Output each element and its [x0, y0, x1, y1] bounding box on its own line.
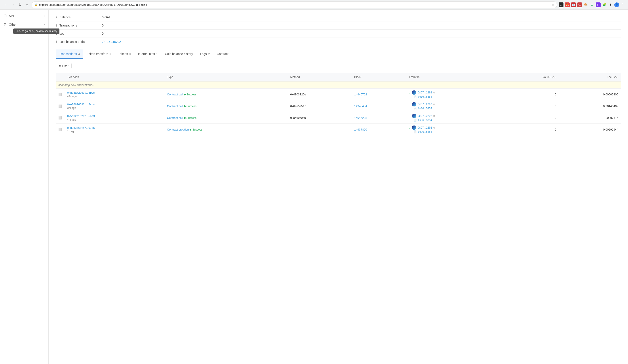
row-icon-4: ⬜: [56, 124, 65, 135]
block-link-3[interactable]: 14946208: [354, 116, 367, 120]
success-dot-1: [184, 94, 186, 95]
profile-icon[interactable]: 👤: [614, 2, 619, 7]
url-input[interactable]: [39, 3, 550, 6]
to-link-2[interactable]: 0x36...5854: [418, 107, 432, 110]
bookmark-icon[interactable]: ☆: [551, 3, 554, 6]
reload-button[interactable]: ↻: [17, 2, 23, 8]
method-cell-2: 0x69e5e517: [288, 100, 352, 112]
success-dot-2: [184, 105, 186, 107]
value-cell-3: 0: [501, 112, 559, 124]
avatar-4: [412, 126, 416, 130]
info-label-last-balance: Last balance update: [60, 40, 99, 44]
from-link-2[interactable]: 0xD7...2292: [418, 103, 432, 106]
sidebar-item-label-other: Other: [9, 23, 17, 26]
to-link-1[interactable]: 0x36...5854: [418, 95, 432, 98]
fee-cell-4: 0.00292944: [559, 124, 621, 135]
sidebar-item-other[interactable]: ⚙ Other › Click to go back, hold to see …: [0, 20, 48, 29]
ext-icon-1[interactable]: ⬡: [559, 2, 563, 7]
col-header-type: Type: [164, 73, 288, 81]
ext-icon-7[interactable]: P: [596, 2, 601, 7]
from-to-wrapper-4: ↓ 0xD7...2292 ⧉ 📄 0x36...5854: [409, 126, 499, 133]
txn-hash-cell-4: 0xd3b3cad467...97d5 1h ago: [65, 124, 164, 135]
block-link-2[interactable]: 14946434: [354, 104, 367, 108]
home-button[interactable]: ⌂: [24, 2, 30, 8]
from-to-wrapper-2: ↓ 0xD7...2292 ⧉ 📄 0x36...5854: [409, 102, 499, 110]
main-content: ℹ Balance 0 GAL ℹ Transactions 0 ℹ sed 0…: [49, 10, 628, 364]
txn-hash-link-2[interactable]: 0xe36626692b...8cca: [67, 103, 95, 106]
type-link-1[interactable]: Contract call: [167, 93, 183, 96]
from-link-4[interactable]: 0xD7...2292: [418, 126, 432, 129]
type-link-2[interactable]: Contract call: [167, 104, 183, 108]
ext-icon-3[interactable]: 📧: [571, 2, 576, 7]
ext-icon-8[interactable]: 🧩: [602, 2, 607, 7]
fee-cell-1: 0.00005305: [559, 88, 621, 100]
from-to-wrapper-1: ↓ 0xD7...2292 ⧉ 📄 0x36...5854: [409, 90, 499, 98]
ext-icon-6[interactable]: G: [590, 2, 594, 7]
time-ago-3: 4m ago: [67, 118, 162, 121]
from-link-3[interactable]: 0xD7...2292: [418, 114, 432, 118]
browser-toolbar: ⬡ 🦊 📧 AB 🎨 G P 🧩 ⬇ 👤 ⋮: [559, 2, 625, 7]
copy-icon-3[interactable]: ⧉: [433, 115, 435, 118]
block-link-1[interactable]: 14946702: [354, 93, 367, 96]
menu-icon[interactable]: ⋮: [621, 2, 625, 7]
to-link-3[interactable]: 0x36...5854: [418, 119, 432, 122]
txn-hash-link-3[interactable]: 0x5db2a162c2...5ba3: [67, 114, 95, 118]
txn-hash-link-4[interactable]: 0xd3b3cad467...97d5: [67, 126, 95, 130]
type-cell-1: Contract call Success: [164, 88, 288, 100]
ext-icon-2[interactable]: 🦊: [565, 2, 570, 7]
sidebar-item-api[interactable]: ⬡ API ›: [0, 11, 48, 20]
sidebar: ⬡ API › ⚙ Other › Click to go back, hold…: [0, 10, 49, 364]
ext-icon-5[interactable]: 🎨: [583, 2, 588, 7]
tooltip: Click to go back, hold to see history: [13, 28, 60, 34]
table-row: ⬜ 0x5db2a162c2...5ba3 4m ago Contract ca…: [56, 112, 621, 124]
tab-logs[interactable]: Logs 2: [196, 50, 213, 59]
gear-icon: ⚙: [3, 22, 7, 26]
back-button[interactable]: ←: [3, 2, 9, 8]
from-to-cell-3: ↓ 0xD7...2292 ⧉ 📄 0x36...5854: [406, 112, 501, 124]
from-link-1[interactable]: 0xD7...2292: [418, 91, 432, 94]
forward-button[interactable]: →: [10, 2, 16, 8]
tab-token-transfers[interactable]: Token transfers 0: [83, 50, 114, 59]
doc-icon-1: 📄: [413, 95, 417, 98]
arrow-down-icon-4: ↓: [409, 126, 410, 130]
from-to-cell-2: ↓ 0xD7...2292 ⧉ 📄 0x36...5854: [406, 100, 501, 112]
block-cell-1: 14946702: [352, 88, 406, 100]
status-badge-4: Success: [190, 128, 202, 131]
from-row-1: ↓ 0xD7...2292 ⧉: [409, 90, 499, 95]
row-icon-3: ⬜: [56, 112, 65, 124]
block-cell-2: 14946434: [352, 100, 406, 112]
filter-button[interactable]: ≡ Filter: [56, 63, 72, 69]
avatar-3: [412, 114, 416, 118]
tab-coin-balance-history[interactable]: Coin balance history: [161, 50, 196, 59]
to-link-4[interactable]: 0x36...5854: [418, 130, 432, 133]
to-row-4: 📄 0x36...5854: [409, 130, 499, 133]
info-row-sed: ℹ sed 0: [56, 30, 621, 38]
info-icon-balance: ℹ: [56, 15, 57, 19]
tab-contract[interactable]: Contract: [213, 50, 232, 59]
arrow-down-icon-2: ↓: [409, 102, 410, 106]
tab-tokens[interactable]: Tokens 0: [115, 50, 135, 59]
info-value-balance: 0 GAL: [102, 15, 111, 19]
tab-transactions[interactable]: Transactions 4: [56, 50, 83, 59]
type-link-4[interactable]: Contract creation: [167, 128, 189, 131]
download-icon[interactable]: ⬇: [608, 2, 613, 7]
block-link-4[interactable]: 14937890: [354, 128, 367, 131]
tab-internal-txns[interactable]: Internal txns 1: [134, 50, 161, 59]
type-link-3[interactable]: Contract call: [167, 116, 183, 120]
info-value-transactions: 0: [102, 24, 104, 27]
copy-icon-4[interactable]: ⧉: [433, 126, 435, 129]
to-row-2: 📄 0x36...5854: [409, 107, 499, 110]
chevron-right-icon-other: ›: [44, 23, 45, 26]
browser-chrome: ← → ↻ ⌂ 🔒 ☆ ⬡ 🦊 📧 AB 🎨 G P 🧩 ⬇ 👤 ⋮: [0, 0, 628, 10]
status-text-1: Success: [186, 93, 196, 96]
ext-icon-4[interactable]: AB: [577, 2, 582, 7]
copy-icon-1[interactable]: ⧉: [433, 91, 435, 94]
copy-icon-2[interactable]: ⧉: [433, 103, 435, 106]
last-balance-link[interactable]: 14946702: [107, 40, 121, 44]
table-section: Txn hash Type Method Block From/To Value…: [49, 73, 628, 143]
address-bar[interactable]: 🔒 ☆: [32, 1, 557, 8]
block-icon: ⬡: [102, 40, 104, 44]
txn-hash-link-1[interactable]: 0xa73a72ee3a...5bc5: [67, 91, 95, 94]
info-row-last-balance: ℹ Last balance update ⬡ 14946702: [56, 38, 621, 46]
info-label-transactions: Transactions: [60, 24, 99, 27]
